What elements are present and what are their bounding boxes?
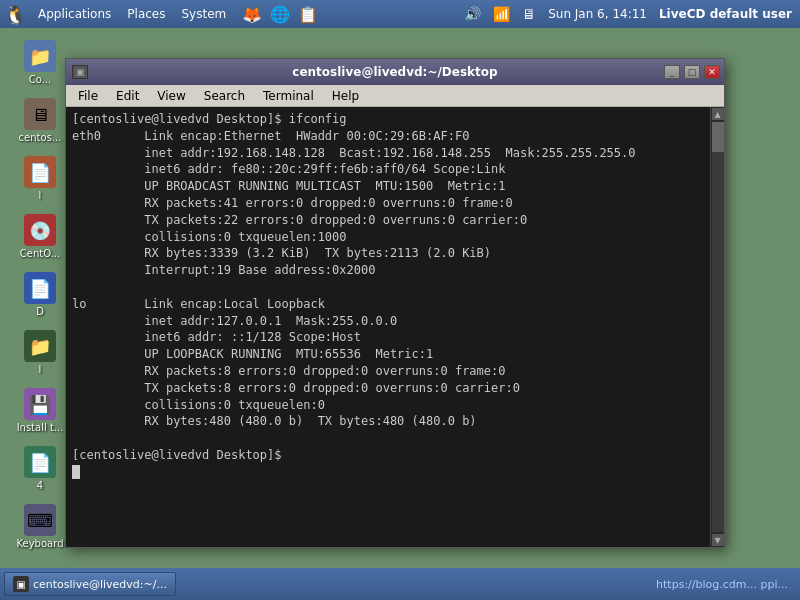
volume-icon[interactable]: 🔊 bbox=[464, 6, 481, 22]
desktop-icon-img-6: 📄 bbox=[24, 446, 56, 478]
terminal-menu-help[interactable]: Help bbox=[324, 87, 367, 105]
desktop: 📁 Co... 🖥 centos... 📄 l 💿 CentO... 📄 D 📁… bbox=[0, 28, 800, 600]
desktop-icon-label-keyboard: Keyboard bbox=[16, 538, 63, 550]
desktop-icon-label-install: Install t... bbox=[17, 422, 64, 434]
taskbar-menu-system[interactable]: System bbox=[173, 0, 234, 28]
terminal-menu-terminal[interactable]: Terminal bbox=[255, 87, 322, 105]
taskbar-left: 🐧 Applications Places System 🦊 🌐 📋 bbox=[0, 0, 318, 28]
taskbar-quick-icons: 🦊 🌐 📋 bbox=[242, 5, 318, 24]
terminal-cursor bbox=[72, 465, 80, 479]
desktop-icon-label-2: l bbox=[39, 190, 42, 202]
taskbar: 🐧 Applications Places System 🦊 🌐 📋 🔊 📶 🖥… bbox=[0, 0, 800, 28]
bottom-task-label: centoslive@livedvd:~/... bbox=[33, 578, 167, 591]
desktop-icon-label-3: CentO... bbox=[20, 248, 60, 260]
taskbar-logo: 🐧 bbox=[4, 3, 26, 25]
scrollbar-up-button[interactable]: ▲ bbox=[712, 108, 724, 120]
taskbar-menu-places[interactable]: Places bbox=[119, 0, 173, 28]
scrollbar-track bbox=[712, 122, 724, 532]
terminal-menu-file[interactable]: File bbox=[70, 87, 106, 105]
network-icon[interactable]: 🌐 bbox=[270, 5, 290, 24]
os-logo-icon: 🐧 bbox=[4, 4, 26, 25]
taskbar-right: 🔊 📶 🖥 Sun Jan 6, 14:11 LiveCD default us… bbox=[464, 6, 800, 22]
terminal-controls: _ □ ✕ bbox=[664, 65, 720, 79]
terminal-menu-search[interactable]: Search bbox=[196, 87, 253, 105]
terminal-scrollbar[interactable]: ▲ ▼ bbox=[710, 107, 724, 547]
scrollbar-down-button[interactable]: ▼ bbox=[712, 534, 724, 546]
terminal-body[interactable]: [centoslive@livedvd Desktop]$ ifconfig e… bbox=[66, 107, 710, 547]
taskbar-username: LiveCD default user bbox=[659, 7, 792, 21]
desktop-icon-img-2: 📄 bbox=[24, 156, 56, 188]
display-icon[interactable]: 🖥 bbox=[522, 6, 536, 22]
terminal-content: [centoslive@livedvd Desktop]$ ifconfig e… bbox=[72, 111, 704, 464]
desktop-icon-label-1: centos... bbox=[19, 132, 62, 144]
desktop-icon-img-keyboard: ⌨️ bbox=[24, 504, 56, 536]
desktop-icon-img-1: 🖥 bbox=[24, 98, 56, 130]
desktop-icon-label-0: Co... bbox=[29, 74, 51, 86]
desktop-icon-img-5: 📁 bbox=[24, 330, 56, 362]
notes-icon[interactable]: 📋 bbox=[298, 5, 318, 24]
terminal-menu-edit[interactable]: Edit bbox=[108, 87, 147, 105]
bluetooth-icon[interactable]: 📶 bbox=[493, 6, 510, 22]
terminal-body-container: [centoslive@livedvd Desktop]$ ifconfig e… bbox=[66, 107, 724, 547]
desktop-icon-img-4: 📄 bbox=[24, 272, 56, 304]
terminal-title: centoslive@livedvd:~/Desktop bbox=[72, 65, 718, 79]
taskbar-menu-applications[interactable]: Applications bbox=[30, 0, 119, 28]
terminal-titlebar: ▣ centoslive@livedvd:~/Desktop _ □ ✕ bbox=[66, 59, 724, 85]
desktop-icon-label-5: l bbox=[39, 364, 42, 376]
bottom-terminal-icon: ▣ bbox=[13, 576, 29, 592]
desktop-icon-img-install: 💾 bbox=[24, 388, 56, 420]
desktop-icon-img-3: 💿 bbox=[24, 214, 56, 246]
terminal-window: ▣ centoslive@livedvd:~/Desktop _ □ ✕ Fil… bbox=[65, 58, 725, 548]
terminal-window-icon: ▣ bbox=[72, 65, 88, 79]
bottom-taskbar: ▣ centoslive@livedvd:~/... https://blog.… bbox=[0, 568, 800, 600]
terminal-menubar: File Edit View Search Terminal Help bbox=[66, 85, 724, 107]
bottom-bar-url: https://blog.cdm... ppi... bbox=[656, 578, 796, 591]
terminal-maximize-button[interactable]: □ bbox=[684, 65, 700, 79]
desktop-icon-label-4: D bbox=[36, 306, 44, 318]
terminal-minimize-button[interactable]: _ bbox=[664, 65, 680, 79]
desktop-icon-img-0: 📁 bbox=[24, 40, 56, 72]
terminal-close-button[interactable]: ✕ bbox=[704, 65, 720, 79]
firefox-icon[interactable]: 🦊 bbox=[242, 5, 262, 24]
taskbar-datetime: Sun Jan 6, 14:11 bbox=[548, 7, 647, 21]
bottom-task-terminal[interactable]: ▣ centoslive@livedvd:~/... bbox=[4, 572, 176, 596]
scrollbar-thumb[interactable] bbox=[712, 122, 724, 152]
desktop-icon-label-6: 4 bbox=[37, 480, 43, 492]
terminal-menu-view[interactable]: View bbox=[149, 87, 193, 105]
